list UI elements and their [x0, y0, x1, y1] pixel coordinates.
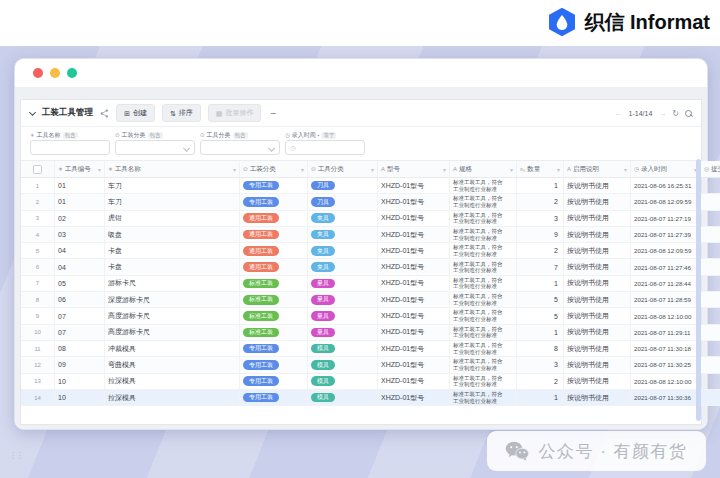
column-header-select[interactable] — [21, 161, 55, 178]
table-row[interactable]: 604卡盘通用工装夹具XHZD-01型号标准工装工具，符合工业制造行业标准7按说… — [21, 259, 720, 275]
select-all-checkbox[interactable] — [33, 165, 42, 174]
table-row[interactable]: 1310拉深模具专用工装模具XHZD-01型号标准工装工具，符合工业制造行业标准… — [21, 373, 720, 389]
column-header-time[interactable]: ◷录入时间▾ — [631, 161, 701, 178]
column-header-submitter[interactable]: ◎提交者▾ — [701, 161, 720, 178]
cell-tool-type: 模具 — [308, 373, 378, 389]
table-row[interactable]: 705游标卡尺标准工装量具XHZD-01型号标准工装工具，符合工业制造行业标准1… — [21, 275, 720, 291]
cell-row-index: 6 — [21, 259, 55, 275]
cell-tool-type: 夹具 — [308, 259, 378, 275]
spec-line: 工业制造行业标准 — [453, 316, 513, 323]
spec-line: 工业制造行业标准 — [453, 267, 513, 274]
cell-note: 按说明书使用 — [564, 373, 631, 389]
column-header-spec[interactable]: A规格▾ — [450, 161, 517, 178]
cell-qty: 7 — [517, 259, 564, 275]
column-menu-caret-icon[interactable]: ▾ — [301, 166, 304, 173]
row-drag-handle[interactable]: ⋮⋮ — [9, 447, 22, 463]
filter-entry-time-input[interactable]: ◷ — [285, 140, 365, 155]
column-header-note[interactable]: A启用说明▾ — [564, 161, 631, 178]
filter-label: ⊙工具分类包含 — [200, 130, 280, 140]
pagination-range: 1-14/14 — [629, 110, 653, 117]
cell-qty: 1 — [517, 275, 564, 291]
create-button[interactable]: ⊞ 创建 — [116, 104, 155, 122]
search-icon[interactable] — [685, 110, 692, 117]
filter-bar: ∗工具名称包含⊙工装分类包含⊙工具分类包含◷录入时间▪等于◷ — [21, 127, 701, 161]
table-row[interactable]: 1209弯曲模具专用工装模具XHZD-01型号标准工装工具，符合工业制造行业标准… — [21, 357, 720, 373]
column-header-qty[interactable]: x₂数量▾ — [517, 161, 564, 178]
collapse-chevron-icon[interactable] — [29, 108, 36, 115]
filter-tool-category-select[interactable] — [200, 140, 280, 155]
cell-note: 按说明书使用 — [564, 243, 631, 259]
cell-category: 通用工装 — [240, 210, 308, 226]
cell-model: XHZD-01型号 — [378, 210, 450, 226]
column-header-category[interactable]: ⊙工装分类▾ — [240, 161, 308, 178]
tag-badge: 模具 — [311, 360, 335, 370]
column-menu-caret-icon[interactable]: ▾ — [510, 166, 513, 173]
cell-submitter — [701, 226, 720, 242]
table-row[interactable]: 1410拉深模具专用工装模具XHZD-01型号标准工装工具，符合工业制造行业标准… — [21, 389, 720, 405]
cell-spec: 标准工装工具，符合工业制造行业标准 — [450, 292, 517, 308]
batch-actions-button[interactable]: ▦ 批量操作 — [208, 104, 262, 122]
column-label: 录入时间 — [641, 165, 667, 174]
star-field-icon: ∗ — [58, 166, 63, 172]
cell-model: XHZD-01型号 — [378, 292, 450, 308]
cell-time: 2021-08-08 12:09:59 — [631, 194, 701, 210]
option-field-icon: ⊙ — [200, 132, 205, 138]
page-title: 工装工具管理 — [42, 107, 93, 119]
table-row[interactable]: 302虎钳通用工装夹具XHZD-01型号标准工装工具，符合工业制造行业标准3按说… — [21, 210, 720, 226]
column-menu-caret-icon[interactable]: ▾ — [98, 166, 101, 173]
column-header-model[interactable]: A型号▾ — [378, 161, 450, 178]
window-zoom-button[interactable] — [67, 68, 77, 78]
share-icon[interactable] — [100, 109, 109, 118]
spec-line: 标准工装工具，符合 — [453, 212, 513, 219]
prev-page-arrow[interactable]: ← — [615, 109, 623, 118]
filter-tooling-category-select[interactable] — [115, 140, 195, 155]
refresh-icon[interactable]: ↻ — [672, 109, 679, 118]
cell-model: XHZD-01型号 — [378, 275, 450, 291]
table-row[interactable]: 806深度游标卡尺标准工装量具XHZD-01型号标准工装工具，符合工业制造行业标… — [21, 292, 720, 308]
cell-submitter — [701, 308, 720, 324]
time-field-icon: ◷ — [634, 166, 639, 172]
column-menu-caret-icon[interactable]: ▾ — [371, 166, 374, 173]
window-minimize-button[interactable] — [50, 68, 60, 78]
sort-button[interactable]: ⇅ 排序 — [162, 104, 201, 122]
minus-button[interactable]: − — [270, 108, 276, 119]
column-menu-caret-icon[interactable]: ▾ — [233, 166, 236, 173]
chevron-down-icon — [268, 145, 274, 151]
cell-submitter — [701, 292, 720, 308]
spec-line: 标准工装工具，符合 — [453, 228, 513, 235]
window-close-button[interactable] — [33, 68, 43, 78]
table-row[interactable]: 403吸盘通用工装夹具XHZD-01型号标准工装工具，符合工业制造行业标准9按说… — [21, 226, 720, 242]
column-menu-caret-icon[interactable]: ▾ — [624, 166, 627, 173]
cell-tool-type: 量具 — [308, 308, 378, 324]
table-row[interactable]: 201车刀专用工装刀具XHZD-01型号标准工装工具，符合工业制造行业标准2按说… — [21, 194, 720, 210]
table-row[interactable]: 907高度游标卡尺标准工装量具XHZD-01型号标准工装工具，符合工业制造行业标… — [21, 308, 720, 324]
column-menu-caret-icon[interactable]: ▾ — [443, 166, 446, 173]
text-field-icon: A — [567, 166, 571, 172]
filter-tool-name-input[interactable] — [30, 140, 110, 155]
table-row[interactable]: 504卡盘通用工装夹具XHZD-01型号标准工装工具，符合工业制造行业标准2按说… — [21, 243, 720, 259]
column-header-code[interactable]: ∗工具编号▾ — [55, 161, 105, 178]
column-menu-caret-icon[interactable]: ▾ — [557, 166, 560, 173]
cell-submitter — [701, 340, 720, 356]
table-row[interactable]: 101车刀专用工装刀具XHZD-01型号标准工装工具，符合工业制造行业标准1按说… — [21, 178, 720, 194]
cell-name: 车刀 — [105, 178, 240, 194]
column-header-tool-type[interactable]: ⊙工具分类▾ — [308, 161, 378, 178]
cell-submitter — [701, 373, 720, 389]
filter-label: ∗工具名称包含 — [30, 130, 110, 140]
cell-name: 吸盘 — [105, 226, 240, 242]
spec-line: 工业制造行业标准 — [453, 381, 513, 388]
cell-name: 卡盘 — [105, 259, 240, 275]
cell-time: 2021-08-07 11:30:18 — [631, 340, 701, 356]
tag-badge: 标准工装 — [243, 328, 279, 338]
filter-label: ⊙工装分类包含 — [115, 130, 195, 140]
next-page-arrow[interactable]: → — [658, 109, 666, 118]
cell-code: 02 — [55, 210, 105, 226]
table-row[interactable]: 1007高度游标卡尺标准工装量具XHZD-01型号标准工装工具，符合工业制造行业… — [21, 324, 720, 340]
vertical-scrollbar[interactable] — [696, 159, 701, 421]
spec-line: 工业制造行业标准 — [453, 365, 513, 372]
cell-note: 按说明书使用 — [564, 357, 631, 373]
table-row[interactable]: 1108冲裁模具专用工装模具XHZD-01型号标准工装工具，符合工业制造行业标准… — [21, 340, 720, 356]
tag-badge: 量具 — [311, 279, 335, 289]
cell-model: XHZD-01型号 — [378, 194, 450, 210]
column-header-name[interactable]: ∗工具名称▾ — [105, 161, 240, 178]
